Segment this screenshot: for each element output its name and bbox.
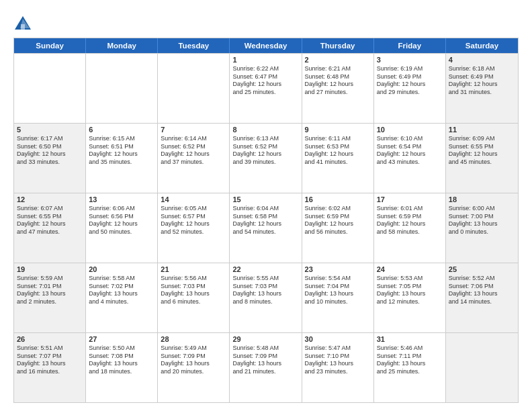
cell-line-1: Sunset: 7:05 PM: [377, 283, 443, 291]
cell-line-2: Daylight: 12 hours: [377, 220, 443, 228]
cell-line-2: Daylight: 13 hours: [89, 360, 154, 368]
empty-cell: [446, 333, 518, 402]
cell-line-3: and 54 minutes.: [232, 228, 298, 236]
day-cell-18: 18Sunrise: 6:00 AMSunset: 7:00 PMDayligh…: [446, 193, 518, 263]
cell-line-3: and 41 minutes.: [305, 158, 371, 167]
day-cell-22: 22Sunrise: 5:55 AMSunset: 7:03 PMDayligh…: [230, 263, 302, 332]
day-number: 20: [89, 265, 154, 273]
day-cell-13: 13Sunrise: 6:06 AMSunset: 6:56 PMDayligh…: [86, 193, 158, 263]
cell-line-3: and 39 minutes.: [232, 158, 298, 167]
cell-line-1: Sunset: 7:10 PM: [305, 353, 371, 361]
day-cell-9: 9Sunrise: 6:11 AMSunset: 6:53 PMDaylight…: [302, 124, 374, 193]
day-number: 31: [377, 335, 443, 343]
day-cell-29: 29Sunrise: 5:48 AMSunset: 7:09 PMDayligh…: [230, 333, 302, 402]
day-number: 11: [449, 126, 515, 134]
day-number: 18: [449, 195, 515, 203]
day-number: 24: [377, 265, 443, 273]
day-cell-31: 31Sunrise: 5:46 AMSunset: 7:11 PMDayligh…: [374, 333, 446, 402]
cell-line-2: Daylight: 12 hours: [161, 150, 226, 158]
cell-line-2: Daylight: 13 hours: [89, 290, 154, 298]
cell-line-2: Daylight: 12 hours: [305, 220, 371, 228]
cell-line-0: Sunrise: 5:59 AM: [17, 275, 83, 283]
cell-line-0: Sunrise: 6:07 AM: [17, 205, 83, 213]
cell-line-0: Sunrise: 6:02 AM: [305, 205, 371, 213]
weekday-header-saturday: Saturday: [446, 38, 518, 53]
cell-line-3: and 4 minutes.: [89, 298, 154, 306]
day-cell-27: 27Sunrise: 5:50 AMSunset: 7:08 PMDayligh…: [86, 333, 158, 402]
week-row-1: 1Sunrise: 6:22 AMSunset: 6:47 PMDaylight…: [14, 53, 518, 123]
cell-line-2: Daylight: 12 hours: [232, 81, 298, 89]
day-cell-2: 2Sunrise: 6:21 AMSunset: 6:48 PMDaylight…: [302, 54, 374, 123]
day-number: 2: [305, 56, 371, 64]
cell-line-2: Daylight: 12 hours: [449, 81, 515, 89]
cell-line-1: Sunset: 6:49 PM: [449, 73, 515, 81]
empty-cell: [86, 54, 158, 123]
cell-line-0: Sunrise: 6:11 AM: [305, 135, 371, 143]
day-number: 12: [17, 195, 83, 203]
empty-cell: [14, 54, 86, 123]
cell-line-0: Sunrise: 5:52 AM: [449, 275, 515, 283]
cell-line-2: Daylight: 13 hours: [161, 360, 226, 368]
cell-line-1: Sunset: 7:08 PM: [89, 353, 154, 361]
cell-line-1: Sunset: 7:03 PM: [161, 283, 226, 291]
day-cell-25: 25Sunrise: 5:52 AMSunset: 7:06 PMDayligh…: [446, 263, 518, 332]
cell-line-1: Sunset: 6:47 PM: [232, 73, 298, 81]
cell-line-3: and 20 minutes.: [161, 368, 226, 376]
cell-line-2: Daylight: 12 hours: [161, 220, 226, 228]
cell-line-0: Sunrise: 5:56 AM: [161, 275, 226, 283]
cell-line-2: Daylight: 13 hours: [17, 290, 83, 298]
day-number: 1: [232, 56, 298, 64]
day-number: 27: [89, 335, 154, 343]
day-number: 17: [377, 195, 443, 203]
cell-line-0: Sunrise: 5:51 AM: [17, 345, 83, 353]
cell-line-2: Daylight: 13 hours: [305, 360, 371, 368]
cell-line-0: Sunrise: 6:01 AM: [377, 205, 443, 213]
cell-line-2: Daylight: 13 hours: [377, 290, 443, 298]
cell-line-3: and 21 minutes.: [232, 368, 298, 376]
cell-line-0: Sunrise: 6:19 AM: [377, 65, 443, 73]
cell-line-1: Sunset: 7:06 PM: [449, 283, 515, 291]
cell-line-0: Sunrise: 6:15 AM: [89, 135, 154, 143]
cell-line-3: and 45 minutes.: [449, 158, 515, 167]
day-cell-26: 26Sunrise: 5:51 AMSunset: 7:07 PMDayligh…: [14, 333, 86, 402]
cell-line-1: Sunset: 6:54 PM: [377, 143, 443, 151]
day-cell-16: 16Sunrise: 6:02 AMSunset: 6:59 PMDayligh…: [302, 193, 374, 263]
day-number: 22: [232, 265, 298, 273]
cell-line-0: Sunrise: 5:50 AM: [89, 345, 154, 353]
cell-line-2: Daylight: 13 hours: [449, 290, 515, 298]
cell-line-3: and 27 minutes.: [305, 89, 371, 97]
cell-line-2: Daylight: 12 hours: [305, 150, 371, 158]
day-number: 16: [305, 195, 371, 203]
day-number: 23: [305, 265, 371, 273]
cell-line-1: Sunset: 6:57 PM: [161, 213, 226, 221]
cell-line-1: Sunset: 7:00 PM: [449, 213, 515, 221]
cell-line-3: and 31 minutes.: [449, 89, 515, 97]
cell-line-1: Sunset: 6:59 PM: [305, 213, 371, 221]
cell-line-2: Daylight: 12 hours: [17, 220, 83, 228]
svg-rect-2: [21, 24, 25, 30]
cell-line-3: and 52 minutes.: [161, 228, 226, 236]
day-cell-15: 15Sunrise: 6:04 AMSunset: 6:58 PMDayligh…: [230, 193, 302, 263]
cell-line-0: Sunrise: 6:17 AM: [17, 135, 83, 143]
cell-line-1: Sunset: 7:04 PM: [305, 283, 371, 291]
cell-line-3: and 56 minutes.: [305, 228, 371, 236]
cell-line-3: and 0 minutes.: [449, 228, 515, 236]
cell-line-2: Daylight: 12 hours: [232, 150, 298, 158]
calendar-header: SundayMondayTuesdayWednesdayThursdayFrid…: [14, 38, 518, 53]
day-cell-6: 6Sunrise: 6:15 AMSunset: 6:51 PMDaylight…: [86, 124, 158, 193]
day-cell-23: 23Sunrise: 5:54 AMSunset: 7:04 PMDayligh…: [302, 263, 374, 332]
cell-line-1: Sunset: 6:52 PM: [232, 143, 298, 151]
day-number: 30: [305, 335, 371, 343]
logo-icon: [13, 15, 32, 34]
cell-line-0: Sunrise: 5:49 AM: [161, 345, 226, 353]
cell-line-0: Sunrise: 5:46 AM: [377, 345, 443, 353]
cell-line-3: and 37 minutes.: [161, 158, 226, 167]
day-number: 19: [17, 265, 83, 273]
cell-line-1: Sunset: 6:50 PM: [17, 143, 83, 151]
cell-line-2: Daylight: 12 hours: [305, 81, 371, 89]
cell-line-3: and 47 minutes.: [17, 228, 83, 236]
cell-line-1: Sunset: 7:07 PM: [17, 353, 83, 361]
week-row-2: 5Sunrise: 6:17 AMSunset: 6:50 PMDaylight…: [14, 123, 518, 193]
cell-line-2: Daylight: 13 hours: [232, 290, 298, 298]
cell-line-2: Daylight: 12 hours: [449, 150, 515, 158]
